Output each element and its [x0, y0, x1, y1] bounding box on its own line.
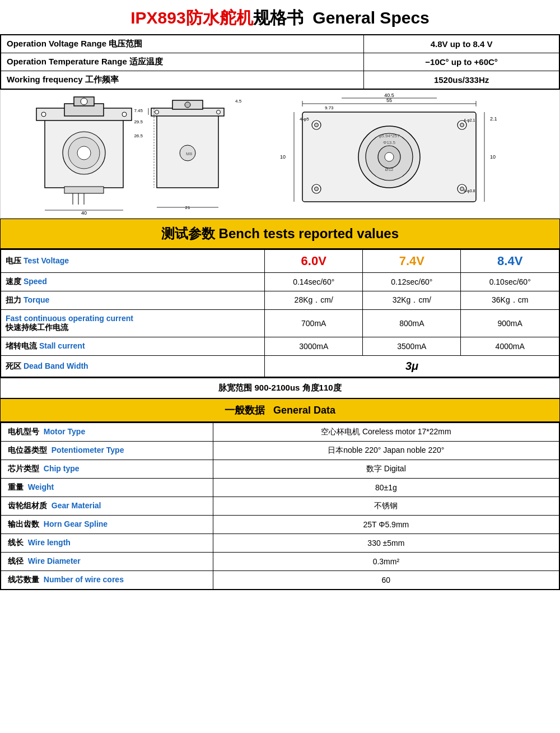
main-title: IPX893防水舵机规格书 General Specs [0, 0, 560, 34]
bench-label: 扭力 Torque [1, 291, 265, 310]
bench-label: Fast continuous operating current 快速持续工作… [1, 310, 265, 337]
gd-value: 25T Φ5.9mm [213, 516, 559, 534]
gd-label: 重量 Weight [1, 479, 213, 497]
general-data-row: 线长 Wire length 330 ±5mm [1, 534, 559, 553]
gd-value: 0.3mm² [213, 553, 559, 571]
title-part3: General Specs [312, 8, 429, 27]
bench-v84: 36Kg．cm [461, 291, 559, 310]
bench-v60: 700mA [265, 310, 363, 337]
svg-text:M8: M8 [186, 151, 193, 156]
general-data-row: 输出齿数 Horn Gear Spline 25T Φ5.9mm [1, 516, 559, 534]
bench-v84: 8.4V [461, 249, 559, 273]
gd-value: 80±1g [213, 479, 559, 497]
spec-label: Operation Temperature Range 适应温度 [1, 53, 364, 71]
general-data-row: 芯片类型 Chip type 数字 Digital [1, 460, 559, 479]
bench-v60: 28Kg．cm/ [265, 291, 363, 310]
svg-text:4-φ5: 4-φ5 [300, 117, 309, 122]
svg-text:26.5: 26.5 [134, 133, 143, 138]
general-data-row: 重量 Weight 80±1g [1, 479, 559, 497]
gd-value: 空心杯电机 Coreless motor 17*22mm [213, 423, 559, 442]
bench-v74: 32Kg．cm/ [363, 291, 461, 310]
bench-row: 速度 Speed 0.14sec/60° 0.12sec/60° 0.10sec… [1, 273, 559, 291]
gd-value: 60 [213, 571, 559, 590]
svg-text:2.1: 2.1 [490, 116, 497, 122]
bench-v74: 800mA [363, 310, 461, 337]
gd-value: 不锈钢 [213, 497, 559, 516]
bench-v74: 7.4V [363, 249, 461, 273]
svg-text:4-φ2.1: 4-φ2.1 [464, 118, 475, 123]
bench-label: 死区 Dead Band Width [1, 356, 265, 378]
bench-v74: 0.12sec/60° [363, 273, 461, 291]
general-data-row: 电机型号 Motor Type 空心杯电机 Coreless motor 17*… [1, 423, 559, 442]
bench-section-header: 测试参数 Bench tests reported values [0, 219, 560, 249]
bench-row: 扭力 Torque 28Kg．cm/ 32Kg．cm/ 36Kg．cm [1, 291, 559, 310]
gd-label: 线长 Wire length [1, 534, 213, 553]
bench-label: 堵转电流 Stall current [1, 337, 265, 356]
svg-text:55: 55 [386, 98, 392, 103]
bench-deadband: 3μ [265, 356, 559, 378]
svg-text:Φ13.5: Φ13.5 [383, 140, 396, 145]
general-data-en: General Data [273, 405, 335, 416]
svg-text:40.5: 40.5 [384, 92, 394, 98]
general-data-cn: 一般数据 [225, 405, 265, 416]
svg-point-47 [315, 187, 319, 191]
pulse-range-text: 脉宽范围 900-2100us 角度110度 [218, 383, 341, 392]
bench-v84: 900mA [461, 310, 559, 337]
pulse-range-row: 脉宽范围 900-2100us 角度110度 [0, 378, 560, 398]
svg-point-45 [315, 123, 319, 127]
svg-text:10: 10 [490, 154, 496, 160]
bench-row: Fast continuous operating current 快速持续工作… [1, 310, 559, 337]
svg-point-21 [217, 110, 221, 114]
svg-text:4-φ3.8: 4-φ3.8 [464, 189, 475, 193]
gd-value: 日本noble 220° Japan noble 220° [213, 442, 559, 460]
bench-row: 电压 Test Voltage 6.0V 7.4V 8.4V [1, 249, 559, 273]
general-data-row: 线芯数量 Number of wire cores 60 [1, 571, 559, 590]
bench-v74: 3500mA [363, 337, 461, 356]
svg-point-3 [122, 112, 127, 117]
svg-point-43 [385, 152, 394, 161]
spec-label: Operation Voltage Range 电压范围 [1, 35, 364, 53]
svg-point-46 [460, 123, 464, 127]
gd-label: 电机型号 Motor Type [1, 423, 213, 442]
svg-point-19 [185, 102, 190, 108]
svg-rect-10 [64, 187, 104, 193]
general-data-row: 线径 Wire Diameter 0.3mm² [1, 553, 559, 571]
general-data-header: 一般数据 General Data [0, 398, 560, 422]
general-specs-row: Operation Temperature Range 适应温度 −10C° u… [1, 53, 559, 71]
general-data-row: 电位器类型 Potentiometer Type 日本noble 220° Ja… [1, 442, 559, 460]
bench-label: 速度 Speed [1, 273, 265, 291]
servo-diagram-right: 4-φ5 φ5.94*25T Φ13.5 Ø12 4-φ2.1 4-φ3.8 5… [269, 92, 526, 216]
svg-text:9.73: 9.73 [325, 105, 334, 110]
general-data-row: 齿轮组材质 Gear Material 不锈钢 [1, 497, 559, 516]
bench-row: 死区 Dead Band Width 3μ [1, 356, 559, 378]
title-part2: 规格书 [253, 8, 304, 27]
svg-point-2 [41, 112, 46, 117]
svg-text:Ø12: Ø12 [385, 167, 394, 172]
gd-value: 数字 Digital [213, 460, 559, 479]
svg-text:40: 40 [81, 210, 87, 216]
gd-label: 齿轮组材质 Gear Material [1, 497, 213, 516]
spec-value: 4.8V up to 8.4 V [364, 35, 559, 53]
servo-diagram-left: 40 M8 7.45 29.5 26.5 21 4.5 [34, 92, 269, 216]
bench-v84: 4000mA [461, 337, 559, 356]
svg-point-20 [155, 110, 159, 114]
gd-label: 线径 Wire Diameter [1, 553, 213, 571]
general-data-table: 电机型号 Motor Type 空心杯电机 Coreless motor 17*… [0, 422, 560, 590]
gd-label: 电位器类型 Potentiometer Type [1, 442, 213, 460]
spec-value: 1520us/333Hz [364, 71, 559, 90]
diagram-area: 40 M8 7.45 29.5 26.5 21 4.5 4-φ5 [0, 90, 560, 219]
svg-text:4.5: 4.5 [235, 99, 242, 104]
bench-tests-table: 电压 Test Voltage 6.0V 7.4V 8.4V 速度 Speed … [0, 249, 560, 378]
bench-v84: 0.10sec/60° [461, 273, 559, 291]
spec-value: −10C° up to +60C° [364, 53, 559, 71]
svg-point-6 [81, 98, 87, 105]
title-part1: IPX893防水舵机 [130, 8, 253, 27]
bench-section-title: 测试参数 Bench tests reported values [161, 226, 399, 241]
gd-value: 330 ±5mm [213, 534, 559, 553]
general-specs-table: Operation Voltage Range 电压范围 4.8V up to … [0, 34, 560, 90]
gd-label: 线芯数量 Number of wire cores [1, 571, 213, 590]
gd-label: 输出齿数 Horn Gear Spline [1, 516, 213, 534]
bench-row: 堵转电流 Stall current 3000mA 3500mA 4000mA [1, 337, 559, 356]
svg-text:7.45: 7.45 [134, 108, 143, 113]
bench-v60: 0.14sec/60° [265, 273, 363, 291]
